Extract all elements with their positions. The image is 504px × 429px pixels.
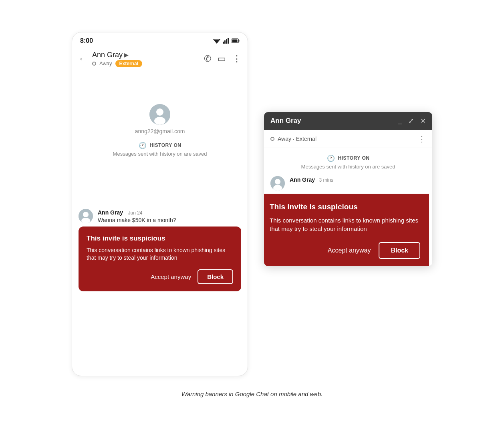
mobile-accept-anyway-button[interactable]: Accept anyway (151, 273, 191, 280)
video-icon[interactable]: ▭ (218, 54, 226, 64)
screenshots-row: 8:00 (24, 32, 480, 376)
web-warning-actions: Accept anyway Block (270, 242, 420, 259)
mobile-header: ← Ann Gray ▶ Away External ✆ ▭ ⋮ (72, 48, 248, 72)
web-message-time: 3 mins (319, 177, 333, 183)
web-accept-anyway-button[interactable]: Accept anyway (328, 247, 371, 254)
svg-rect-5 (228, 38, 229, 44)
message-header: Ann Gray Jun 24 (98, 209, 176, 216)
history-indicator: 🕐 HISTORY ON (139, 142, 181, 149)
status-icons (213, 38, 240, 44)
svg-rect-7 (239, 40, 240, 42)
web-frame: Ann Gray _ ⤢ ✕ Away · External ⋮ 🕐 HISTO… (264, 112, 432, 267)
svg-rect-4 (226, 39, 227, 44)
status-time: 8:00 (80, 37, 93, 44)
web-history-label: HISTORY ON (338, 155, 370, 161)
web-message-avatar (270, 176, 285, 190)
away-label: Away (99, 60, 112, 66)
minimize-icon[interactable]: _ (398, 117, 402, 125)
svg-rect-3 (224, 40, 226, 44)
web-window-actions: _ ⤢ ✕ (398, 117, 426, 125)
away-dot (92, 62, 96, 66)
svg-rect-8 (232, 39, 238, 42)
web-warning-body: This conversation contains links to know… (270, 216, 420, 234)
phone-icon[interactable]: ✆ (204, 54, 211, 64)
contact-email: anng22@gmail.com (135, 128, 185, 134)
mobile-warning-actions: Accept anyway Block (87, 269, 233, 284)
message-row: Ann Gray Jun 24 Wanna make $50K in a mon… (79, 209, 241, 223)
svg-point-13 (83, 212, 89, 217)
message-content: Ann Gray Jun 24 Wanna make $50K in a mon… (98, 209, 176, 223)
contact-info: Ann Gray ▶ Away External (92, 51, 199, 67)
history-sub-text: Messages sent with history on are saved (113, 151, 207, 157)
web-chat-body: 🕐 HISTORY ON Messages sent with history … (264, 148, 432, 267)
caption-text: Warning banners in Google Chat on mobile… (181, 391, 323, 397)
mobile-warning-banner: This invite is suspicious This conversat… (79, 227, 241, 291)
close-icon[interactable]: ✕ (420, 117, 426, 125)
wifi-icon (213, 38, 220, 44)
history-on-label: HISTORY ON (150, 142, 181, 148)
history-icon: 🕐 (139, 142, 147, 149)
signal-icon (223, 38, 229, 44)
message-avatar (79, 209, 93, 223)
contact-sub: Away External (92, 60, 199, 67)
message-date: Jun 24 (128, 210, 142, 216)
web-message-sender: Ann Gray (290, 176, 315, 183)
svg-point-16 (275, 179, 280, 184)
mobile-warning-body: This conversation contains links to know… (87, 247, 233, 262)
mobile-warning-title: This invite is suspicious (87, 235, 233, 243)
web-more-options-icon[interactable]: ⋮ (418, 134, 426, 144)
web-warning-title: This invite is suspicious (270, 202, 420, 211)
web-message-row: Ann Gray 3 mins (270, 176, 426, 190)
battery-icon (232, 38, 240, 43)
web-titlebar: Ann Gray _ ⤢ ✕ (264, 112, 432, 130)
mobile-block-button[interactable]: Block (198, 269, 233, 284)
more-options-icon[interactable]: ⋮ (232, 54, 241, 64)
web-sub-header: Away · External ⋮ (264, 130, 432, 148)
svg-point-11 (154, 117, 165, 125)
svg-point-10 (156, 108, 163, 116)
svg-rect-2 (223, 42, 224, 44)
mobile-chat-body: anng22@gmail.com 🕐 HISTORY ON Messages s… (72, 72, 248, 376)
web-warning-banner: This invite is suspicious This conversat… (264, 194, 429, 267)
chat-center-info: anng22@gmail.com 🕐 HISTORY ON Messages s… (113, 104, 207, 157)
external-badge: External (115, 60, 142, 67)
back-button[interactable]: ← (79, 54, 87, 64)
web-window-title: Ann Gray (270, 117, 301, 125)
web-message-content: Ann Gray 3 mins (290, 176, 426, 183)
maximize-icon[interactable]: ⤢ (408, 117, 414, 125)
contact-name: Ann Gray ▶ (92, 51, 199, 59)
web-history-indicator: 🕐 HISTORY ON (327, 154, 370, 162)
mobile-frame: 8:00 (72, 32, 248, 376)
mobile-status-bar: 8:00 (72, 32, 248, 48)
contact-avatar (149, 104, 170, 125)
message-sender: Ann Gray (98, 209, 123, 216)
message-text: Wanna make $50K in a month? (98, 217, 176, 223)
chevron-icon: ▶ (124, 52, 129, 58)
web-status-dot (270, 137, 274, 141)
web-block-button[interactable]: Block (379, 242, 420, 259)
header-actions: ✆ ▭ ⋮ (204, 54, 241, 64)
web-history-icon: 🕐 (327, 154, 335, 162)
web-status-text: Away · External (278, 136, 415, 142)
web-history-sub: Messages sent with history on are saved (301, 164, 395, 170)
